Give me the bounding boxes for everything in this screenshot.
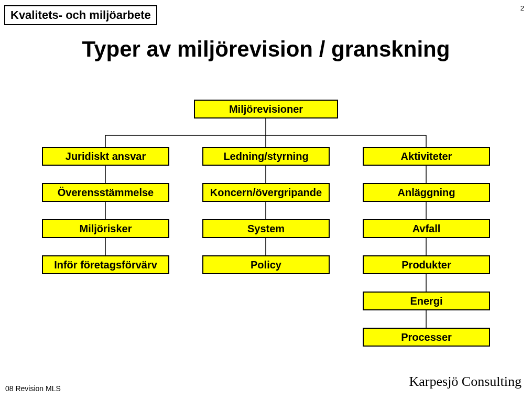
node-root-label: Miljörevisioner bbox=[229, 103, 303, 115]
node-col3-5: Processer bbox=[363, 328, 490, 347]
node-col3-3: Produkter bbox=[363, 255, 490, 274]
node-label: Överensstämmelse bbox=[58, 187, 154, 199]
node-label: Juridiskt ansvar bbox=[66, 150, 146, 163]
node-col1-2: Miljörisker bbox=[42, 219, 169, 238]
node-label: Koncern/övergripande bbox=[210, 187, 322, 199]
node-label: Avfall bbox=[412, 223, 441, 235]
node-root: Miljörevisioner bbox=[194, 100, 338, 118]
node-col2-3: Policy bbox=[202, 255, 330, 274]
node-label: Energi bbox=[410, 295, 442, 307]
node-col2-1: Koncern/övergripande bbox=[202, 183, 330, 202]
node-label: Policy bbox=[251, 259, 281, 271]
node-col2-2: System bbox=[202, 219, 330, 238]
node-label: Anläggning bbox=[398, 187, 455, 199]
node-col1-0: Juridiskt ansvar bbox=[42, 147, 169, 166]
page-number: 2 bbox=[520, 4, 524, 12]
header-text: Kvalitets- och miljöarbete bbox=[10, 8, 151, 21]
node-label: Inför företagsförvärv bbox=[54, 259, 157, 271]
node-label: Miljörisker bbox=[79, 223, 132, 235]
node-col3-4: Energi bbox=[363, 292, 490, 310]
node-label: Produkter bbox=[401, 259, 451, 271]
node-col3-1: Anläggning bbox=[363, 183, 490, 202]
header-box: Kvalitets- och miljöarbete bbox=[4, 5, 157, 25]
node-col1-3: Inför företagsförvärv bbox=[42, 255, 169, 274]
slide-title: Typer av miljörevision / granskning bbox=[0, 37, 532, 62]
node-col2-0: Ledning/styrning bbox=[202, 147, 330, 166]
node-label: Processer bbox=[401, 331, 452, 343]
node-label: Aktiviteter bbox=[401, 150, 452, 163]
footer-right: Karpesjö Consulting bbox=[409, 374, 522, 390]
node-col1-1: Överensstämmelse bbox=[42, 183, 169, 202]
node-col3-2: Avfall bbox=[363, 219, 490, 238]
node-col3-0: Aktiviteter bbox=[363, 147, 490, 166]
node-label: System bbox=[247, 223, 285, 235]
footer-left: 08 Revision MLS bbox=[5, 384, 61, 393]
node-label: Ledning/styrning bbox=[223, 150, 308, 163]
